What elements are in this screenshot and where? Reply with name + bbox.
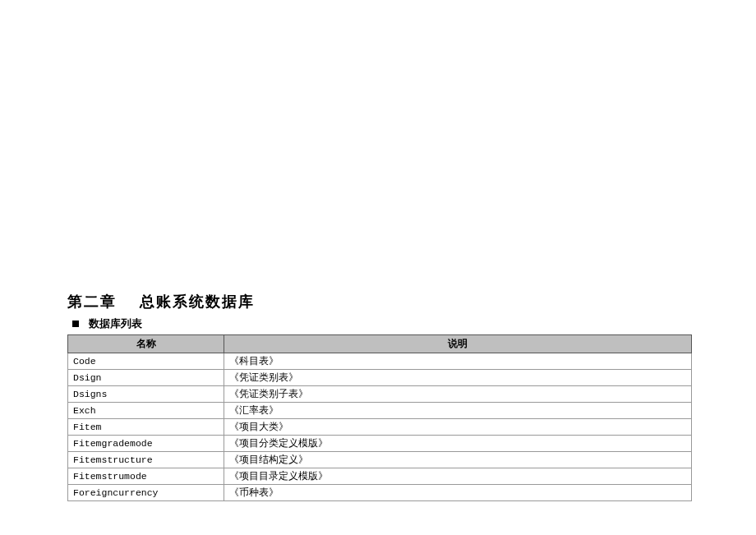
- subheading-text: 数据库列表: [89, 316, 142, 331]
- table-row: Dsign 《凭证类别表》: [68, 370, 692, 386]
- chapter-number: 第二章: [67, 293, 117, 310]
- table-body: Code 《科目表》 Dsign 《凭证类别表》 Dsigns 《凭证类别子表》…: [68, 353, 692, 501]
- chapter-name: 总账系统数据库: [140, 293, 255, 310]
- chapter-title: 第二章总账系统数据库: [67, 292, 692, 311]
- table-row: Foreigncurrency 《币种表》: [68, 485, 692, 501]
- cell-desc: 《汇率表》: [224, 403, 692, 419]
- cell-desc: 《项目大类》: [224, 419, 692, 436]
- cell-name: Dsigns: [68, 386, 224, 403]
- table-row: Fitemgrademode 《项目分类定义模版》: [68, 436, 692, 452]
- cell-name: Fitemstrumode: [68, 468, 224, 485]
- square-bullet-icon: [72, 321, 79, 327]
- cell-name: Fitemgrademode: [68, 436, 224, 452]
- cell-desc: 《科目表》: [224, 353, 692, 370]
- table-row: Dsigns 《凭证类别子表》: [68, 386, 692, 403]
- table-row: Fitemstrumode 《项目目录定义模版》: [68, 468, 692, 485]
- cell-desc: 《项目结构定义》: [224, 452, 692, 468]
- cell-name: Fitemstructure: [68, 452, 224, 468]
- table-row: Fitemstructure 《项目结构定义》: [68, 452, 692, 468]
- document-content: 第二章总账系统数据库 数据库列表 名称 说明 Code 《科目表》 Dsign …: [67, 292, 692, 501]
- cell-name: Fitem: [68, 419, 224, 436]
- header-name: 名称: [68, 335, 224, 353]
- cell-desc: 《凭证类别表》: [224, 370, 692, 386]
- cell-desc: 《币种表》: [224, 485, 692, 501]
- cell-desc: 《项目目录定义模版》: [224, 468, 692, 485]
- table-header-row: 名称 说明: [68, 335, 692, 353]
- subheading-row: 数据库列表: [67, 316, 692, 331]
- cell-desc: 《项目分类定义模版》: [224, 436, 692, 452]
- cell-name: Code: [68, 353, 224, 370]
- header-desc: 说明: [224, 335, 692, 353]
- cell-name: Foreigncurrency: [68, 485, 224, 501]
- cell-name: Exch: [68, 403, 224, 419]
- database-list-table: 名称 说明 Code 《科目表》 Dsign 《凭证类别表》 Dsigns 《凭…: [67, 334, 692, 501]
- table-row: Exch 《汇率表》: [68, 403, 692, 419]
- cell-name: Dsign: [68, 370, 224, 386]
- table-row: Code 《科目表》: [68, 353, 692, 370]
- cell-desc: 《凭证类别子表》: [224, 386, 692, 403]
- table-row: Fitem 《项目大类》: [68, 419, 692, 436]
